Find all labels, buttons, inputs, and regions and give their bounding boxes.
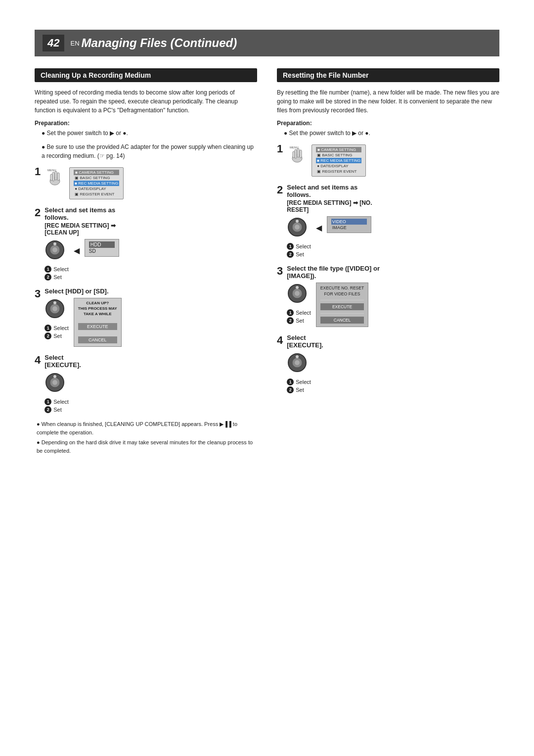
left-prep-item-2: Be sure to use the provided AC adapter f… — [42, 142, 257, 160]
left-step-4-text: Select [EXECUTE]. — [44, 354, 93, 369]
page-number: 42 — [43, 35, 64, 51]
right-step-2-number: 2 — [277, 185, 283, 195]
left-step-3-text: Select [HDD] or [SD]. — [44, 287, 108, 295]
left-step-3: 3 Select [HDD] or [SD]. — [35, 287, 257, 347]
svg-rect-20 — [297, 148, 299, 157]
right-step-4: 4 Select [EXECUTE]. — [277, 334, 499, 393]
svg-point-16 — [52, 380, 57, 385]
left-step-4: 4 Select [EXECUTE]. — [35, 354, 257, 413]
svg-point-31 — [296, 286, 299, 289]
left-step-2-subtext: [REC MEDIA SETTING] ➡ [CLEAN UP] — [44, 222, 135, 236]
svg-rect-22 — [293, 151, 295, 158]
page-header: 42 EN Managing Files (Continued) — [35, 30, 499, 56]
right-step-2-select-set: 1 Select 2 Set — [287, 216, 311, 258]
svg-point-26 — [295, 225, 300, 230]
right-prep-item-1: Set the power switch to ▶ or ●. — [284, 129, 499, 138]
left-step-1: 1 MENU ■ CAMERA SETTI — [35, 165, 257, 199]
left-note-2: Depending on the hard disk drive it may … — [37, 438, 257, 455]
right-body-text: By resetting the file number (name), a n… — [277, 88, 499, 115]
right-step-1-number: 1 — [277, 143, 283, 154]
left-step-3-number: 3 — [35, 288, 41, 299]
left-column: Cleaning Up a Recording Medium Writing s… — [35, 68, 257, 457]
video-option: VIDEO — [331, 219, 367, 225]
right-step-2-subtext: [REC MEDIA SETTING] ➡ [NO. RESET] — [287, 199, 379, 213]
right-step-3-set-label: 2 Set — [287, 317, 311, 324]
svg-rect-1 — [52, 172, 54, 181]
right-step-4-select-label: 1 Select — [287, 378, 311, 385]
svg-rect-2 — [55, 171, 57, 180]
left-body-text: Writing speed of recording media tends t… — [35, 88, 257, 115]
left-step-2-number: 2 — [35, 207, 41, 218]
right-step-1: 1 MENU ■ CAMERA SETTING ▣ BASIC S — [277, 142, 499, 177]
left-step-4-select-set: 1 Select 2 Set — [44, 372, 69, 413]
hdd-option: HDD — [89, 241, 115, 248]
screen-rec-media-setting-hl: ■ REC MEDIA SETTING — [74, 181, 119, 186]
left-step-3-select-label: 1 Select — [44, 325, 69, 331]
hand-icon-left-1: MENU — [45, 167, 64, 186]
dial-icon-right-2 — [287, 216, 308, 242]
right-screen-date: ● DATE/DISPLAY — [316, 163, 361, 169]
svg-rect-19 — [295, 149, 297, 158]
svg-point-12 — [52, 306, 57, 311]
left-notes: When cleanup is finished, [CLEANING UP C… — [37, 420, 257, 455]
left-step-2-screen: HDD SD — [85, 239, 119, 257]
right-step-2: 2 Select and set items as follows. [REC … — [277, 184, 499, 258]
arrow-icon-right-2: ◀ — [316, 223, 322, 233]
svg-point-9 — [53, 242, 56, 245]
sd-option: SD — [89, 248, 115, 254]
right-screen-register: ▣ REGISTER EVENT — [316, 169, 361, 174]
arrow-icon-left-2: ◀ — [74, 246, 80, 255]
right-step-3-number: 3 — [277, 266, 283, 277]
left-step-4-select-label: 1 Select — [44, 398, 69, 405]
screen-camera-setting: ■ CAMERA SETTING — [74, 170, 119, 175]
page-title: Managing Files (Continued) — [82, 36, 237, 50]
right-step-2-set-label: 2 Set — [287, 251, 311, 258]
screen-basic-setting: ▣ BASIC SETTING — [74, 175, 119, 181]
dial-icon-left-2 — [44, 239, 65, 265]
right-screen-camera: ■ CAMERA SETTING — [316, 147, 361, 152]
right-column: Resetting the File Number By resetting t… — [277, 68, 499, 400]
image-option: IMAGE — [331, 225, 367, 231]
right-step-4-select-set: 1 Select 2 Set — [287, 352, 311, 393]
left-prep-item-1: Set the power switch to ▶ or ●. — [42, 129, 257, 138]
left-preparation-label: Preparation: — [35, 120, 257, 127]
right-step-3-screen: EXECUTE NO. RESET FOR VIDEO FILES EXECUT… — [316, 283, 368, 327]
svg-text:MENU: MENU — [290, 146, 299, 149]
left-step-1-screen: ■ CAMERA SETTING ▣ BASIC SETTING ■ REC M… — [69, 167, 124, 199]
left-step-2-text: Select and set items as follows. [REC ME… — [44, 206, 135, 236]
right-section-header: Resetting the File Number — [277, 68, 499, 82]
en-label: EN — [70, 40, 79, 47]
right-step-3-select-set: 1 Select 2 Set — [287, 283, 311, 324]
dial-icon-left-4 — [44, 372, 65, 397]
left-section-header: Cleaning Up a Recording Medium — [35, 68, 257, 82]
right-screen-rec-hl: ■ REC MEDIA SETTING — [316, 158, 361, 163]
left-step-4-number: 4 — [35, 355, 41, 366]
left-step-1-number: 1 — [35, 166, 41, 177]
right-step-3-text: Select the file type ([VIDEO] or [IMAGE]… — [287, 265, 392, 280]
screen-date-display: ● DATE/DISPLAY — [74, 186, 119, 191]
svg-point-35 — [296, 355, 299, 358]
right-step-4-number: 4 — [277, 335, 283, 346]
svg-point-17 — [53, 375, 56, 378]
content-columns: Cleaning Up a Recording Medium Writing s… — [35, 68, 499, 457]
right-step-2-select-label: 1 Select — [287, 243, 311, 250]
left-preparation-list: Set the power switch to ▶ or ●. Be sure … — [42, 129, 257, 160]
right-step-2-screen: VIDEO IMAGE — [327, 216, 371, 233]
svg-point-30 — [295, 291, 300, 296]
left-step-3-set-label: 2 Set — [44, 332, 69, 339]
left-step-3-select-set: 1 Select 2 Set — [44, 298, 69, 339]
right-step-2-text: Select and set items as follows. [REC ME… — [287, 184, 379, 213]
left-step-3-screen: CLEAN UP? THIS PROCESS MAY TAKE A WHILE … — [74, 298, 122, 347]
right-step-4-set-label: 2 Set — [287, 386, 311, 393]
left-step-2-set-label: 2 Set — [44, 274, 69, 281]
svg-point-13 — [53, 301, 56, 304]
right-preparation-list: Set the power switch to ▶ or ●. — [284, 129, 499, 138]
dial-icon-right-3 — [287, 283, 308, 308]
svg-point-34 — [295, 360, 300, 365]
hand-icon-right-1: MENU — [288, 144, 307, 163]
svg-rect-21 — [300, 150, 302, 158]
left-note-1: When cleanup is finished, [CLEANING UP C… — [37, 420, 257, 436]
dial-icon-left-3 — [44, 298, 65, 324]
page: 42 EN Managing Files (Continued) Cleanin… — [0, 0, 534, 756]
svg-rect-3 — [57, 173, 59, 181]
